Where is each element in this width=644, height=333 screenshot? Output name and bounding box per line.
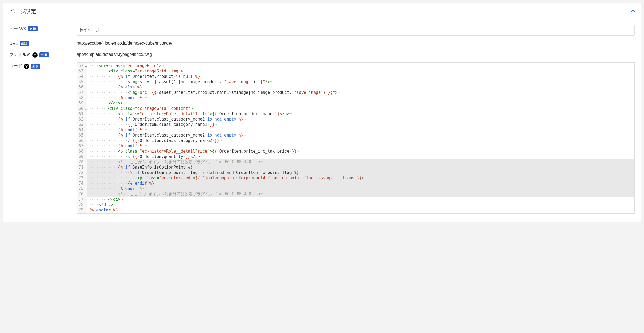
code-line[interactable]: ············{% if BaseInfo.isOptionPoint… <box>87 165 634 170</box>
help-icon[interactable]: ? <box>24 64 29 69</box>
code-line[interactable]: ················<img·src="{{·asset(''|no… <box>87 79 634 84</box>
code-line[interactable]: ········</div>¬ <box>87 197 634 202</box>
badge-required: 必須 <box>20 41 29 46</box>
code-line[interactable]: ············{%·if·OrderItem.Product·is·n… <box>87 74 634 79</box>
code-line[interactable]: ········</div>¬ <box>87 100 634 106</box>
label-code: コード <box>9 63 22 69</box>
row-file-name: ファイル名 ? 必須 app/template/default/Mypage/i… <box>9 49 635 60</box>
code-line[interactable]: ············{%·if·OrderItem.class_catego… <box>87 117 634 122</box>
code-line[interactable]: ············<!-- ここから ポイント対象外商品設定プラグイン f… <box>87 159 634 165</box>
code-line[interactable]: ················×·{{·OrderItem.quantity·… <box>87 154 634 159</box>
code-line[interactable]: ············<p·class="ec-historyRole__de… <box>87 111 634 117</box>
code-line[interactable]: ············{% endif %} <box>87 186 634 191</box>
badge-required: 必須 <box>28 26 38 31</box>
badge-required: 必須 <box>31 64 40 69</box>
card-body: ページ名 必須 URL 必須 http://eccube4.joolen.co.… <box>3 19 641 222</box>
page-name-input[interactable] <box>77 25 635 36</box>
row-url: URL 必須 http://eccube4.joolen.co.jp/demo/… <box>9 38 635 49</box>
badge-required: 必須 <box>39 52 49 57</box>
code-line[interactable]: ················<img·src="{{·asset(Order… <box>87 90 634 95</box>
url-value: http://eccube4.joolen.co.jp/demo/ec-cube… <box>77 40 635 47</box>
code-line[interactable]: ················{% endif %} <box>87 181 634 186</box>
file-name-value: app/template/default/Mypage/index.twig <box>77 51 635 58</box>
row-code: コード ? 必須 52▼53▼54555657585960▼6162636465… <box>9 60 635 216</box>
row-page-name: ページ名 必須 <box>9 23 635 38</box>
code-line[interactable]: ················/·{{·OrderItem.class_cat… <box>87 138 634 143</box>
code-line[interactable]: ············{%·endif·%}¬ <box>87 95 634 100</box>
collapse-toggle-icon[interactable] <box>631 9 635 14</box>
code-editor[interactable]: 52▼53▼54555657585960▼6162636465666768▼69… <box>77 62 635 214</box>
code-line[interactable]: ············{%·endif·%}¬ <box>87 127 634 133</box>
code-line[interactable]: ················{{·OrderItem.class_categ… <box>87 122 634 127</box>
card-header: ページ設定 <box>3 3 641 19</box>
panel-title: ページ設定 <box>9 8 36 15</box>
code-line[interactable]: ············<!-- ここまで ポイント対象外商品設定プラグイン f… <box>87 191 634 197</box>
code-line[interactable]: ········<div·class="ec-imageGrid__img">¬ <box>87 68 634 74</box>
code-line[interactable]: {%·endfor·%}¬ <box>87 207 634 213</box>
code-line[interactable]: ····<div·class="ec-imageGrid">¬ <box>87 63 634 68</box>
code-line[interactable]: ············{%·endif·%}¬ <box>87 143 634 149</box>
code-line[interactable]: ············{%·else·%}¬ <box>87 84 634 90</box>
label-file-name: ファイル名 <box>9 52 31 58</box>
code-line[interactable]: ····················<p class="ec-color-r… <box>87 175 634 181</box>
editor-gutter: 52▼53▼54555657585960▼6162636465666768▼69… <box>77 63 87 213</box>
code-line[interactable]: ············{%·if·OrderItem.class_catego… <box>87 133 634 138</box>
code-line[interactable]: ················{% if OrderItem.no_point… <box>87 170 634 175</box>
code-line[interactable]: ····</div>¬ <box>87 202 634 207</box>
code-line[interactable]: ············<p·class="ec-historyRole__de… <box>87 149 634 154</box>
editor-code-area[interactable]: ····<div·class="ec-imageGrid">¬········<… <box>87 63 634 213</box>
code-line[interactable]: ········<div·class="ec-imageGrid__conten… <box>87 106 634 111</box>
help-icon[interactable]: ? <box>32 52 38 58</box>
label-page-name: ページ名 <box>9 26 26 32</box>
page-settings-card: ページ設定 ページ名 必須 URL 必須 http://eccube4.jool… <box>3 3 641 222</box>
label-url: URL <box>9 41 18 46</box>
